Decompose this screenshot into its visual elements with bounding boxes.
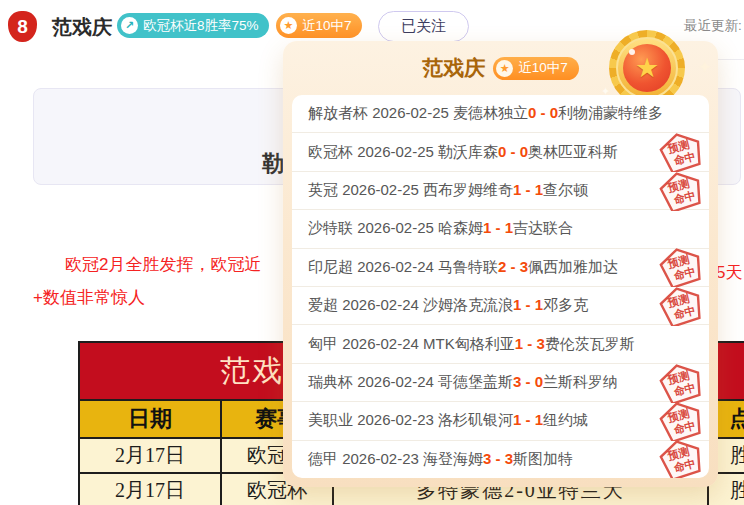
prediction-record-row[interactable]: 匈甲 2026-02-24 MTK匈格利亚1 - 3费伦茨瓦罗斯 <box>292 325 709 363</box>
record-text: 德甲 2026-02-23 海登海姆3 - 3斯图加特 <box>308 450 573 469</box>
record-text: 美职业 2026-02-23 洛杉矶银河1 - 1纽约城 <box>308 411 588 430</box>
prediction-record-row[interactable]: 瑞典杯 2026-02-24 哥德堡盖斯3 - 0兰斯科罗纳 预测 命中 <box>292 364 709 402</box>
followed-button[interactable]: 已关注 <box>378 11 469 42</box>
prediction-record-popup: 范戏庆 ★ 近10中7 ★ ✦ ✦ 解放者杯 2026-02-25 麦德林独立0… <box>283 41 718 487</box>
prediction-hit-stamp-icon: 预测 命中 <box>659 439 703 478</box>
last-update-label: 最近更新: <box>684 17 742 35</box>
recent-hits-badge: ★ 近10中7 <box>276 13 362 38</box>
prediction-record-row[interactable]: 沙特联 2026-02-25 哈森姆1 - 1吉达联合 <box>292 210 709 248</box>
expert-name: 范戏庆 <box>52 14 112 41</box>
prediction-hit-stamp-icon: 预测 命中 <box>659 401 703 441</box>
prediction-hit-stamp-icon: 预测 命中 <box>659 171 703 211</box>
promo-text-line1: 欧冠2月全胜发挥，欧冠近 <box>65 253 261 276</box>
medal-star-icon: ★ <box>635 52 659 84</box>
header-date: 日期 <box>80 399 220 437</box>
record-text: 沙特联 2026-02-25 哈森姆1 - 1吉达联合 <box>308 219 573 238</box>
prediction-record-row[interactable]: 美职业 2026-02-23 洛杉矶银河1 - 1纽约城 预测 命中 <box>292 402 709 440</box>
cell-date: 2月17日 <box>80 472 220 505</box>
star-icon: ★ <box>496 60 513 77</box>
record-text: 匈甲 2026-02-24 MTK匈格利亚1 - 3费伦茨瓦罗斯 <box>308 335 635 354</box>
prediction-hit-stamp-icon: 预测 命中 <box>659 132 703 172</box>
record-text: 解放者杯 2026-02-25 麦德林独立0 - 0利物浦蒙特维多 <box>308 104 663 123</box>
record-text: 英冠 2026-02-25 西布罗姆维奇1 - 1查尔顿 <box>308 181 588 200</box>
prediction-record-list: 解放者杯 2026-02-25 麦德林独立0 - 0利物浦蒙特维多 欧冠杯 20… <box>292 95 709 478</box>
prediction-record-row[interactable]: 印尼超 2026-02-24 马鲁特联2 - 3佩西加雅加达 预测 命中 <box>292 249 709 287</box>
recent-hits-badge-label: 近10中7 <box>302 17 352 35</box>
popup-expert-name: 范戏庆 <box>422 54 485 82</box>
star-icon: ★ <box>280 17 297 34</box>
prediction-hit-stamp-icon: 预测 命中 <box>659 286 703 326</box>
prediction-hit-stamp-icon: 预测 命中 <box>659 247 703 287</box>
record-text: 爱超 2026-02-24 沙姆洛克流浪1 - 1邓多克 <box>308 296 588 315</box>
record-text: 欧冠杯 2026-02-25 勒沃库森0 - 0奥林匹亚科斯 <box>308 143 618 162</box>
promo-text-line2: +数值非常惊人 <box>33 286 145 309</box>
record-text: 瑞典杯 2026-02-24 哥德堡盖斯3 - 0兰斯科罗纳 <box>308 373 618 392</box>
prediction-record-row[interactable]: 爱超 2026-02-24 沙姆洛克流浪1 - 1邓多克 预测 命中 <box>292 287 709 325</box>
prediction-hit-stamp-icon: 预测 命中 <box>659 363 703 403</box>
promo-text-line1-tail: 5天 <box>716 261 742 284</box>
sparkle-icon: ✦ <box>698 57 712 78</box>
prediction-record-row[interactable]: 德甲 2026-02-23 海登海姆3 - 3斯图加特 预测 命中 <box>292 441 709 478</box>
prediction-record-row[interactable]: 欧冠杯 2026-02-25 勒沃库森0 - 0奥林匹亚科斯 预测 命中 <box>292 133 709 171</box>
win-rate-badge: ↗ 欧冠杯近8胜率75% <box>117 13 269 38</box>
popup-recent-hits-badge: ★ 近10中7 <box>493 57 579 80</box>
prediction-record-row[interactable]: 英冠 2026-02-25 西布罗姆维奇1 - 1查尔顿 预测 命中 <box>292 172 709 210</box>
record-text: 印尼超 2026-02-24 马鲁特联2 - 3佩西加雅加达 <box>308 258 618 277</box>
screen: 8 范戏庆 ↗ 欧冠杯近8胜率75% ★ 近10中7 已关注 最近更新: 勒沃库… <box>0 0 744 505</box>
divider <box>716 59 744 60</box>
cell-date: 2月17日 <box>80 437 220 472</box>
site-logo-icon: 8 <box>8 11 37 42</box>
medal-glint <box>629 49 635 55</box>
prediction-record-row[interactable]: 解放者杯 2026-02-25 麦德林独立0 - 0利物浦蒙特维多 <box>292 95 709 133</box>
win-rate-badge-label: 欧冠杯近8胜率75% <box>143 17 259 35</box>
popup-recent-hits-label: 近10中7 <box>518 59 568 77</box>
trend-up-icon: ↗ <box>121 17 138 34</box>
